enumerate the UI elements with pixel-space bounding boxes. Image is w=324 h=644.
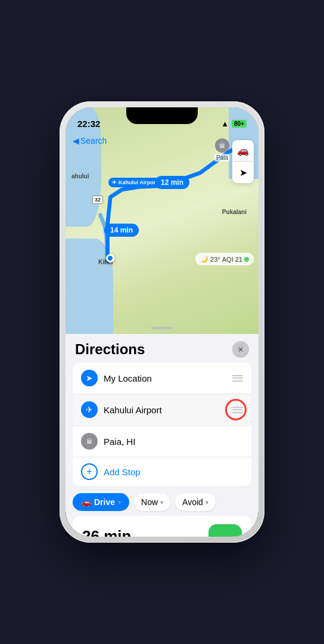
route-list: ➤ My Location ✈ Ka	[73, 363, 251, 486]
paia-icon: 🏛	[81, 433, 98, 450]
now-button[interactable]: Now ▾	[134, 493, 170, 511]
reorder-icon-1[interactable]	[232, 407, 243, 413]
map-view: 32 311 ahului Pukalani Kihei 🏛 Paia ✈ Ka…	[66, 107, 258, 334]
current-location-dot	[106, 254, 114, 262]
airport-icon: ✈	[81, 401, 98, 418]
add-stop-label: Add Stop	[104, 467, 141, 477]
route-stop-my-location[interactable]: ➤ My Location	[73, 363, 251, 394]
my-location-label: My Location	[104, 373, 232, 383]
road-number-32: 32	[92, 196, 103, 204]
map-controls: 🚗 ➤	[232, 140, 254, 183]
map-label-kahului: ahului	[71, 173, 89, 179]
back-search-button[interactable]: ◀ Search	[73, 136, 107, 145]
status-bar: 22:32 ▲ 80+	[66, 107, 258, 134]
weather-badge: 🌙 23° AQI 21	[195, 253, 254, 265]
time-info: 26 min 16 mi · 1 stop	[82, 527, 131, 537]
add-stop-icon: +	[81, 463, 98, 480]
route-time: 26 min	[82, 527, 131, 537]
directions-title: Directions	[75, 341, 145, 358]
transport-options-row: 🚗 Drive ▾ Now ▾ Avoid ▾	[66, 486, 258, 516]
avoid-button[interactable]: Avoid ▾	[175, 493, 216, 511]
close-button[interactable]: ×	[232, 341, 249, 358]
go-button[interactable]: GO	[208, 524, 242, 537]
map-label-pukalani: Pukalani	[222, 209, 247, 215]
route-stop-airport[interactable]: ✈ Kahului Airport	[73, 394, 251, 425]
route-stop-paia[interactable]: 🏛 Paia, HI	[73, 425, 251, 457]
paia-marker: 🏛 Paia	[214, 138, 230, 162]
location-button[interactable]: ➤	[232, 162, 254, 183]
add-stop-row[interactable]: + Add Stop	[73, 457, 251, 486]
airport-marker: ✈ Kahului Airport	[108, 178, 161, 187]
airport-label: Kahului Airport	[104, 405, 232, 415]
paia-label: Paia, HI	[104, 436, 243, 447]
reorder-icon-0[interactable]	[232, 375, 243, 382]
route-summary-card: 26 min 16 mi · 1 stop GO	[73, 516, 251, 537]
route-time-bubble-12: 12 min	[155, 176, 189, 189]
wifi-icon: ▲	[221, 119, 229, 128]
sheet-drag-handle	[151, 327, 173, 329]
location-icon: ➤	[81, 370, 98, 386]
route-time-bubble-14: 14 min	[104, 224, 139, 237]
sheet-header: Directions ×	[66, 334, 258, 363]
phone-frame: 32 311 ahului Pukalani Kihei 🏛 Paia ✈ Ka…	[60, 101, 264, 543]
battery-indicator: 80+	[232, 120, 247, 128]
directions-sheet: Directions × ➤ My Location	[66, 334, 258, 537]
car-mode-button[interactable]: 🚗	[232, 140, 254, 162]
status-time: 22:32	[77, 119, 100, 129]
drive-button[interactable]: 🚗 Drive ▾	[73, 493, 129, 511]
